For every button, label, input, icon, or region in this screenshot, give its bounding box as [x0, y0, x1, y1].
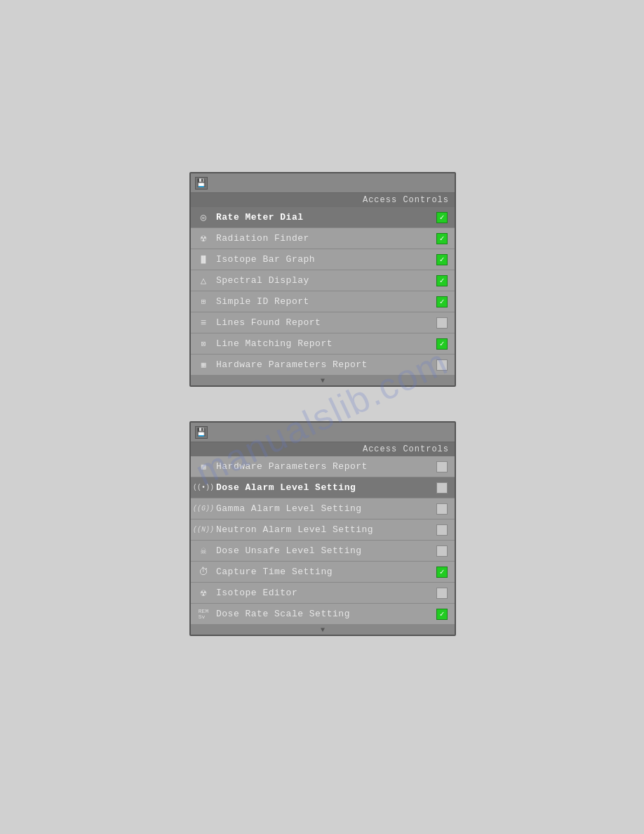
- checkbox-rate-meter-dial[interactable]: [435, 211, 449, 225]
- icon-dial: ◎: [194, 208, 213, 227]
- checkbox-unchecked-gamma-alarm-level: [436, 503, 448, 515]
- icon-dose-unsafe-level: ☠: [194, 541, 213, 561]
- menu-item-radiation-finder[interactable]: ☢ Radiation Finder: [191, 228, 455, 249]
- label-rate-meter-dial: Rate Meter Dial: [213, 212, 435, 223]
- label-gamma-alarm-level: Gamma Alarm Level Setting: [213, 503, 435, 514]
- checkbox-checked-line-matching-report: [436, 338, 448, 350]
- checkbox-unchecked-isotope-editor: [436, 588, 448, 599]
- checkbox-checked-dose-rate-scale: [436, 609, 448, 620]
- menu-item-hardware-parameters-report[interactable]: ▦ Hardware Parameters Report: [191, 355, 455, 376]
- checkbox-unchecked-neutron-alarm-level: [436, 524, 448, 536]
- menu-item-dose-rate-scale[interactable]: REMSv Dose Rate Scale Setting: [191, 604, 455, 625]
- label-neutron-alarm-level: Neutron Alarm Level Setting: [213, 524, 435, 535]
- checkbox-capture-time[interactable]: [435, 565, 449, 579]
- icon-capture-time: ⏱: [194, 562, 213, 582]
- checkbox-line-matching-report[interactable]: [435, 337, 449, 351]
- label-isotope-bar-graph: Isotope Bar Graph: [213, 254, 435, 265]
- icon-isotope-editor: ☢: [194, 583, 213, 603]
- save-icon-2: 💾: [195, 426, 208, 439]
- checkbox-unchecked-dose-alarm-level: [436, 482, 448, 494]
- checkbox-checked-rate-meter-dial: [436, 212, 448, 223]
- checkbox-isotope-bar-graph[interactable]: [435, 253, 449, 267]
- label-radiation-finder: Radiation Finder: [213, 233, 435, 244]
- checkbox-dose-unsafe-level[interactable]: [435, 544, 449, 558]
- checkbox-isotope-editor[interactable]: [435, 586, 449, 600]
- label-hardware-parameters-report: Hardware Parameters Report: [213, 359, 435, 370]
- checkbox-checked-simple-id-report: [436, 296, 448, 307]
- panel-2-header: 💾: [191, 423, 455, 442]
- checkbox-spectral-display[interactable]: [435, 274, 449, 288]
- label-line-matching-report: Line Matching Report: [213, 338, 435, 349]
- panel-1-title: Access Controls: [191, 193, 455, 207]
- label-dose-rate-scale: Dose Rate Scale Setting: [213, 609, 435, 619]
- menu-item-capture-time[interactable]: ⏱ Capture Time Setting: [191, 562, 455, 583]
- checkbox-radiation-finder[interactable]: [435, 232, 449, 246]
- save-icon-1: 💾: [195, 177, 208, 190]
- scroll-down-arrow-1: ▼: [321, 377, 325, 385]
- menu-item-simple-id-report[interactable]: ⊞ Simple ID Report: [191, 291, 455, 312]
- checkbox-checked-capture-time: [436, 567, 448, 578]
- icon-line-matching-report: ⊠: [194, 334, 213, 354]
- panel-1-header: 💾: [191, 173, 455, 193]
- label-isotope-editor: Isotope Editor: [213, 588, 435, 598]
- checkbox-unchecked-lines-found-report: [436, 317, 448, 329]
- icon-gamma-alarm-level: ((G)): [194, 499, 213, 519]
- menu-item-rate-meter-dial[interactable]: ◎ Rate Meter Dial: [191, 207, 455, 228]
- menu-item-isotope-editor[interactable]: ☢ Isotope Editor: [191, 583, 455, 604]
- panel-2: 💾 Access Controls ▦ Hardware Parameters …: [189, 421, 456, 636]
- checkbox-hardware-parameters-report[interactable]: [435, 358, 449, 372]
- label-dose-alarm-level: Dose Alarm Level Setting: [213, 482, 435, 493]
- menu-item-gamma-alarm-level[interactable]: ((G)) Gamma Alarm Level Setting: [191, 498, 455, 519]
- icon-isotope-bar-graph: ▐▌: [194, 250, 213, 270]
- scroll-down-indicator-2[interactable]: ▼: [191, 625, 455, 635]
- scroll-down-arrow-2: ▼: [321, 626, 325, 634]
- icon-neutron-alarm-level: ((N)): [194, 520, 213, 540]
- checkbox-neutron-alarm-level[interactable]: [435, 523, 449, 537]
- label-dose-unsafe-level: Dose Unsafe Level Setting: [213, 545, 435, 556]
- icon-dose-rate-scale: REMSv: [194, 604, 213, 624]
- menu-item-dose-unsafe-level[interactable]: ☠ Dose Unsafe Level Setting: [191, 541, 455, 562]
- icon-radiation-finder: ☢: [194, 229, 213, 249]
- menu-item-lines-found-report[interactable]: ≡ Lines Found Report: [191, 312, 455, 333]
- icon-lines-found-report: ≡: [194, 313, 213, 333]
- watermark: manualslib.com: [0, 0, 644, 834]
- checkbox-unchecked-dose-unsafe-level: [436, 545, 448, 557]
- icon-simple-id-report: ⊞: [194, 292, 213, 312]
- checkbox-lines-found-report[interactable]: [435, 316, 449, 330]
- icon-hardware-params-2: ▦: [194, 457, 213, 477]
- checkbox-checked-radiation-finder: [436, 233, 448, 244]
- panel-1: 💾 Access Controls ◎ Rate Meter Dial ☢ Ra…: [189, 172, 456, 387]
- label-spectral-display: Spectral Display: [213, 275, 435, 286]
- label-simple-id-report: Simple ID Report: [213, 296, 435, 307]
- label-lines-found-report: Lines Found Report: [213, 317, 435, 328]
- menu-item-dose-alarm-level[interactable]: ((•)) Dose Alarm Level Setting: [191, 477, 455, 498]
- checkbox-dose-rate-scale[interactable]: [435, 607, 449, 621]
- menu-item-isotope-bar-graph[interactable]: ▐▌ Isotope Bar Graph: [191, 249, 455, 270]
- menu-item-line-matching-report[interactable]: ⊠ Line Matching Report: [191, 333, 455, 355]
- checkbox-dose-alarm-level[interactable]: [435, 481, 449, 495]
- menu-item-neutron-alarm-level[interactable]: ((N)) Neutron Alarm Level Setting: [191, 519, 455, 541]
- icon-dose-alarm-level: ((•)): [194, 478, 213, 498]
- checkbox-simple-id-report[interactable]: [435, 295, 449, 309]
- checkbox-unchecked-hardware-params-2: [436, 461, 448, 472]
- label-hardware-params-2: Hardware Parameters Report: [213, 461, 435, 472]
- scroll-down-indicator-1[interactable]: ▼: [191, 376, 455, 385]
- icon-hardware-parameters-report: ▦: [194, 355, 213, 375]
- checkbox-checked-spectral-display: [436, 275, 448, 286]
- label-capture-time: Capture Time Setting: [213, 567, 435, 577]
- menu-item-hardware-params-2[interactable]: ▦ Hardware Parameters Report: [191, 456, 455, 477]
- checkbox-hardware-params-2[interactable]: [435, 460, 449, 474]
- menu-item-spectral-display[interactable]: △ Spectral Display: [191, 270, 455, 291]
- panel-2-title: Access Controls: [191, 442, 455, 456]
- checkbox-checked-isotope-bar-graph: [436, 254, 448, 265]
- checkbox-unchecked-hardware-parameters-report: [436, 359, 448, 371]
- checkbox-gamma-alarm-level[interactable]: [435, 502, 449, 516]
- icon-spectral-display: △: [194, 271, 213, 291]
